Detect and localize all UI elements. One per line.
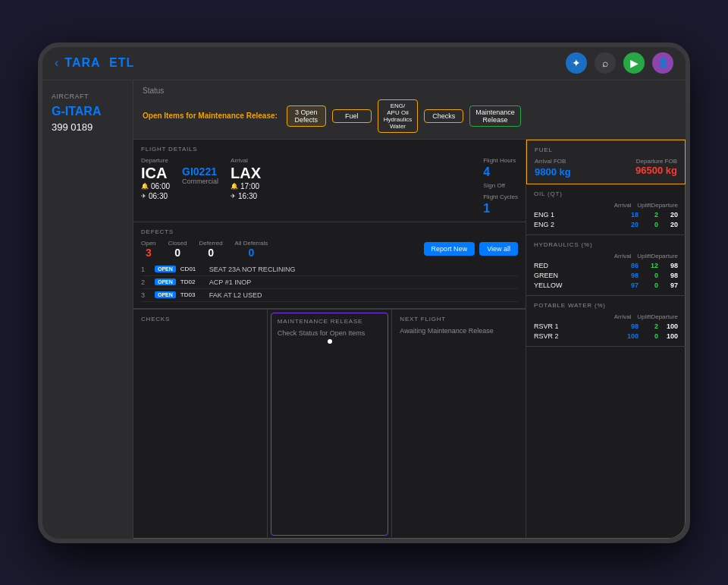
search-icon[interactable]: ⌕ <box>595 52 616 74</box>
tablet-frame: ‹ TARA ETL ✦ ⌕ ▶ 👤 Aircraft G-ITARA 399 … <box>38 42 690 543</box>
oil-row-eng1: ENG 1 18 2 20 <box>534 211 678 219</box>
departure-col: Departure ICA 🔔 06:00 ✈ 06:30 <box>141 157 170 215</box>
dot-indicator <box>278 337 382 345</box>
stat-deferred-label: Deferred <box>199 240 222 247</box>
hyd-red-uplift: 12 <box>639 262 658 269</box>
fuel-arrival-label: Arrival FOB <box>535 158 571 165</box>
status-badge-checks[interactable]: Checks <box>424 109 463 123</box>
aircraft-id[interactable]: G-ITARA <box>52 105 124 118</box>
user-avatar[interactable]: 👤 <box>652 52 673 74</box>
eng2-arrival: 20 <box>619 221 639 228</box>
status-badge-defects[interactable]: 3 OpenDefects <box>287 105 326 127</box>
cycles-value: 1 <box>483 202 518 215</box>
stat-closed: Closed 0 <box>168 240 187 259</box>
rsvr1-departure: 100 <box>658 322 678 330</box>
defect-id-1: CD01 <box>180 266 205 272</box>
hyd-green-label: GREEN <box>534 272 619 279</box>
departure-code: ICA <box>141 165 170 181</box>
video-icon[interactable]: ▶ <box>623 52 645 74</box>
rsvr2-departure: 100 <box>658 332 678 340</box>
defect-row-2[interactable]: 2 OPEN TD02 ACP #1 INOP <box>141 276 518 289</box>
hyd-arrival-header: Arrival <box>611 253 631 259</box>
defect-buttons: Report New View all <box>424 242 518 256</box>
stat-all-label: All Deferrals <box>235 240 268 247</box>
plane-icon: ✈ <box>141 193 146 200</box>
back-button[interactable]: ‹ <box>55 56 58 70</box>
defect-row-1[interactable]: 1 OPEN CD01 SEAT 23A NOT RECLINING <box>141 263 518 276</box>
flight-details-section: FLIGHT DETAILS Departure ICA 🔔 06:00 <box>133 140 526 222</box>
eng2-departure: 20 <box>658 221 678 228</box>
hyd-uplift-header: Uplift <box>631 253 651 259</box>
defect-table: 1 OPEN CD01 SEAT 23A NOT RECLINING 2 OPE… <box>141 263 518 302</box>
rsvr1-uplift: 2 <box>639 322 658 330</box>
arr-time2: ✈ 16:30 <box>231 192 261 200</box>
oil-departure-header: Departure <box>651 202 678 209</box>
title-tara: TARA <box>64 56 100 69</box>
hours-value: 4 <box>483 165 518 179</box>
aircraft-label: Aircraft <box>52 93 124 100</box>
rsvr1-arrival: 98 <box>619 322 639 330</box>
clock-arr-icon: 🔔 <box>231 183 238 190</box>
status-badge-eng[interactable]: ENG/APU OilHydraulicsWater <box>378 99 418 133</box>
hyd-row-yellow: YELLOW 97 0 97 <box>534 281 678 289</box>
water-section: POTABLE WATER (%) Arrival Uplift Departu… <box>526 296 686 347</box>
defect-status-2: OPEN <box>155 278 176 285</box>
hyd-red-arrival: 86 <box>619 262 639 269</box>
oil-title: OIL (QT) <box>534 190 678 197</box>
hyd-yellow-uplift: 0 <box>639 281 658 289</box>
settings-icon[interactable]: ✦ <box>566 52 587 74</box>
status-bar: Status Open Items for Maintenance Releas… <box>133 80 686 140</box>
defects-header: Open 3 Closed 0 Deferred 0 <box>141 240 518 259</box>
left-column: FLIGHT DETAILS Departure ICA 🔔 06:00 <box>133 140 526 539</box>
open-items-text: Open Items for Maintenance Release: <box>143 112 278 120</box>
hyd-green-departure: 98 <box>658 272 678 279</box>
stat-open-label: Open <box>141 240 156 247</box>
stat-closed-value: 0 <box>174 247 180 259</box>
defect-num-3: 3 <box>141 291 150 299</box>
clock-icon: 🔔 <box>141 183 149 190</box>
rsvr2-label: RSVR 2 <box>534 332 619 340</box>
top-bar: ‹ TARA ETL ✦ ⌕ ▶ 👤 <box>42 47 686 80</box>
bottom-row: CHECKS MAINTENANCE RELEASE Check Status … <box>133 309 526 539</box>
view-all-button[interactable]: View all <box>479 242 518 256</box>
oil-arrival-header: Arrival <box>611 202 631 209</box>
flight-grid: Departure ICA 🔔 06:00 ✈ 06:30 <box>141 157 518 215</box>
arr-time1: 🔔 17:00 <box>231 182 261 190</box>
arrival-col: Arrival LAX 🔔 17:00 ✈ 16:30 <box>231 157 261 215</box>
hyd-row-green: GREEN 98 0 98 <box>534 272 678 279</box>
sign-off-label: Sign Off <box>483 182 518 189</box>
flight-details-title: FLIGHT DETAILS <box>141 146 518 153</box>
water-row-rsvr1: RSVR 1 98 2 100 <box>534 322 678 330</box>
hyd-yellow-label: YELLOW <box>534 281 619 289</box>
oil-uplift-header: Uplift <box>631 202 651 209</box>
eng1-uplift: 2 <box>639 211 658 219</box>
water-departure-header: Departure <box>651 313 678 320</box>
stat-all-value: 0 <box>249 247 255 259</box>
water-row-rsvr2: RSVR 2 100 0 100 <box>534 332 678 340</box>
app-title: TARA ETL <box>64 56 139 70</box>
defect-desc-2: ACP #1 INOP <box>209 278 251 286</box>
eng1-label: ENG 1 <box>534 211 619 219</box>
hyd-red-departure: 98 <box>658 262 678 269</box>
status-row: Open Items for Maintenance Release: 3 Op… <box>143 99 676 133</box>
main-content: Aircraft G-ITARA 399 0189 Status Open It… <box>42 80 686 539</box>
body-area: FLIGHT DETAILS Departure ICA 🔔 06:00 <box>133 140 686 539</box>
status-badge-maintenance[interactable]: MaintenanceRelease <box>469 105 521 127</box>
next-flight-title: NEXT FLIGHT <box>400 316 518 322</box>
plane-arr-icon: ✈ <box>231 193 236 200</box>
nav-dot <box>328 339 332 344</box>
fuel-arrival-value: 9800 kg <box>535 166 571 178</box>
water-arrival-header: Arrival <box>611 313 631 320</box>
defect-row-3[interactable]: 3 OPEN TD03 FAK AT L2 USED <box>141 289 518 302</box>
dep-time2: ✈ 06:30 <box>141 192 170 200</box>
defect-desc-3: FAK AT L2 USED <box>209 291 262 299</box>
stat-closed-label: Closed <box>168 240 187 247</box>
checks-section: CHECKS <box>133 310 268 539</box>
arrival-code: LAX <box>231 165 261 181</box>
status-badge-fuel[interactable]: Fuel <box>332 109 372 123</box>
report-new-button[interactable]: Report New <box>424 242 475 256</box>
rsvr2-arrival: 100 <box>619 332 639 340</box>
hyd-headers: Arrival Uplift Departure <box>534 253 678 259</box>
departure-label: Departure <box>141 157 170 164</box>
checks-title: CHECKS <box>141 316 259 322</box>
